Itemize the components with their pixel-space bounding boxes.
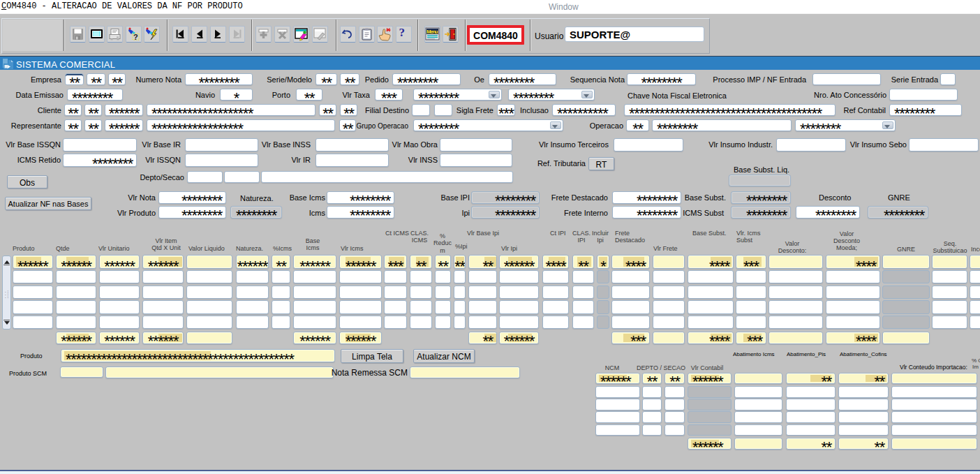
svg-text:Menu: Menu (426, 29, 438, 35)
svg-text:?: ? (133, 33, 138, 41)
